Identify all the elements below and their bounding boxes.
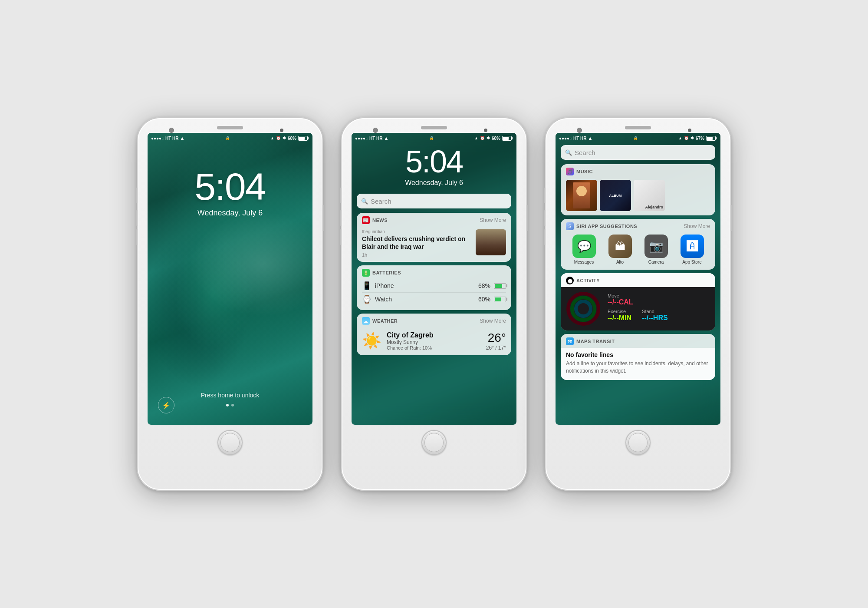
exercise-stat: Exercise --/--MIN xyxy=(608,309,631,322)
music-title: MUSIC xyxy=(576,169,593,174)
status-left-notif: ●●●●○ HT HR ▲ xyxy=(355,135,388,141)
stand-label: Stand xyxy=(642,309,668,314)
lock-date: Wednesday, July 6 xyxy=(148,208,312,218)
weather-sun-icon: ☀️ xyxy=(362,332,381,350)
weather-widget: ☁ WEATHER Show More ☀️ City of Zagreb Mo… xyxy=(357,314,511,355)
lock-icon: 🔒 xyxy=(225,136,230,140)
siri-show-more[interactable]: Show More xyxy=(684,223,710,229)
speaker-notif xyxy=(421,126,447,129)
search-bar-notif[interactable]: 🔍 Search xyxy=(357,194,511,208)
weather-show-more[interactable]: Show More xyxy=(480,318,506,324)
status-left-today: ●●●●○ HT HR ▲ xyxy=(559,135,592,141)
batteries-icon: 🔋 xyxy=(362,269,370,277)
app-item-messages[interactable]: 💬 Messages xyxy=(568,235,600,264)
status-bar-lockscreen: ●●●●○ HT HR ▲ 🔒 ▲ ⏰ ✱ 68% xyxy=(148,133,312,143)
watch-battery-bar xyxy=(494,297,506,302)
maps-no-favorites: No favorite lines xyxy=(566,351,710,358)
batteries-widget: 🔋 BATTERIES 📱 iPhone 68% xyxy=(357,265,511,310)
iphone-battery-bar xyxy=(494,283,506,289)
news-text-area: theguardian Chilcot delivers crushing ve… xyxy=(362,229,472,258)
activity-rings xyxy=(566,291,601,326)
app-item-appstore[interactable]: 🅰 App Store xyxy=(676,235,708,264)
iphone-battery-left: 📱 iPhone xyxy=(362,281,394,291)
speaker-today xyxy=(625,126,651,129)
maps-content: No favorite lines Add a line to your fav… xyxy=(561,348,715,380)
appstore-app-icon: 🅰 xyxy=(681,235,704,258)
activity-bottom-stats: Exercise --/--MIN Stand --/--HRS xyxy=(608,309,710,324)
lock-icon-notif: 🔒 xyxy=(429,136,434,140)
exercise-value: --/--MIN xyxy=(608,314,631,322)
iphone-notifications: ●●●●○ HT HR ▲ 🔒 ▲ ⏰ ✱ 68% 5:04 xyxy=(341,117,527,491)
carrier-text: ●●●●○ HT HR xyxy=(151,136,179,141)
news-title: NEWS xyxy=(372,218,388,223)
camera-app-label: Camera xyxy=(648,260,664,264)
iphone-device-icon: 📱 xyxy=(362,281,372,291)
album-thumb-1[interactable] xyxy=(566,180,597,211)
search-bar-today[interactable]: 🔍 Search xyxy=(561,145,715,160)
flashlight-icon[interactable]: ⚡ xyxy=(158,397,174,413)
search-text-notif: Search xyxy=(371,198,391,205)
home-button-today[interactable] xyxy=(625,430,651,455)
battery-icon-notif xyxy=(502,136,513,141)
status-left: ●●●●○ HT HR ▲ xyxy=(151,135,184,141)
news-widget-header: 📰 NEWS Show More xyxy=(357,213,511,227)
alarm-icon: ⏰ xyxy=(276,136,281,140)
album-thumb-3[interactable]: Alejandro xyxy=(634,180,665,211)
location-notif: ▲ xyxy=(474,136,478,140)
siri-title: SIRI APP SUGGESTIONS xyxy=(576,224,637,229)
carrier-notif: ●●●●○ HT HR xyxy=(355,136,383,141)
battery-list: 📱 iPhone 68% ⌚ Watch xyxy=(357,279,511,310)
battery-item-watch: ⌚ Watch 60% xyxy=(362,292,506,306)
appstore-app-label: App Store xyxy=(682,260,701,264)
lock-icon-today: 🔒 xyxy=(633,136,638,140)
location-today: ▲ xyxy=(678,136,682,140)
news-show-more[interactable]: Show More xyxy=(480,217,506,223)
activity-widget: ⬤ ACTIVITY xyxy=(561,273,715,330)
app-item-alto[interactable]: 🏔 Alto xyxy=(604,235,636,264)
stand-value: --/--HRS xyxy=(642,314,668,322)
wifi-notif: ▲ xyxy=(384,135,389,141)
home-button-notif[interactable] xyxy=(421,430,447,455)
battery-pct-today: 67% xyxy=(696,136,704,141)
front-camera-notif xyxy=(373,128,378,133)
status-right-notif: ▲ ⏰ ✱ 68% xyxy=(474,136,513,141)
messages-app-label: Messages xyxy=(574,260,594,264)
batteries-title: BATTERIES xyxy=(372,270,401,275)
app-item-camera[interactable]: 📷 Camera xyxy=(640,235,672,264)
album-thumb-2[interactable]: ALBUM xyxy=(600,180,631,211)
iphone-battery-right: 68% xyxy=(478,282,506,289)
battery-pct-lock: 68% xyxy=(288,136,296,141)
screen-lockscreen: ●●●●○ HT HR ▲ 🔒 ▲ ⏰ ✱ 68% 5:04 Wednesday… xyxy=(148,133,312,425)
battery-icon-today xyxy=(706,136,717,141)
sensor-lockscreen xyxy=(280,129,283,132)
music-widget: 🎵 MUSIC ALBUM xyxy=(561,164,715,215)
news-widget: 📰 NEWS Show More theguardian Chilcot del… xyxy=(357,213,511,262)
news-content: theguardian Chilcot delivers crushing ve… xyxy=(357,227,511,262)
batteries-header-left: 🔋 BATTERIES xyxy=(362,269,401,277)
today-view-content[interactable]: 🔍 Search 🎵 MUSIC xyxy=(556,133,720,425)
maps-icon: 🗺 xyxy=(566,337,574,345)
weather-title: WEATHER xyxy=(372,318,398,324)
screen-notifications: ●●●●○ HT HR ▲ 🔒 ▲ ⏰ ✱ 68% 5:04 xyxy=(352,133,516,425)
maps-description: Add a line to your favorites to see inci… xyxy=(566,360,710,375)
iphone-battery-fill xyxy=(495,284,502,288)
music-widget-header: 🎵 MUSIC xyxy=(561,164,715,178)
home-button-lockscreen[interactable] xyxy=(217,430,243,455)
carrier-today: ●●●●○ HT HR xyxy=(559,136,587,141)
weather-temp-range: 26° / 17° xyxy=(486,345,506,351)
lock-time-display: 5:04 Wednesday, July 6 xyxy=(148,168,312,218)
location-icon: ▲ xyxy=(270,136,274,140)
notif-clock: 5:04 xyxy=(358,146,510,177)
weather-temperature: 26° 26° / 17° xyxy=(486,331,506,351)
iphone-lockscreen: ●●●●○ HT HR ▲ 🔒 ▲ ⏰ ✱ 68% 5:04 Wednesday… xyxy=(137,117,323,491)
svg-point-2 xyxy=(576,301,591,316)
weather-temp-main: 26° xyxy=(486,331,506,345)
search-icon-today: 🔍 xyxy=(565,149,572,156)
iphone-top-today xyxy=(546,118,730,129)
notification-content[interactable]: 5:04 Wednesday, July 6 🔍 Search 📰 NEWS S… xyxy=(352,133,516,425)
exercise-label: Exercise xyxy=(608,309,631,314)
watch-battery-fill xyxy=(495,297,501,301)
news-source: theguardian xyxy=(362,229,472,234)
siri-icon: S xyxy=(566,222,574,230)
maps-header-left: 🗺 MAPS TRANSIT xyxy=(566,337,615,345)
